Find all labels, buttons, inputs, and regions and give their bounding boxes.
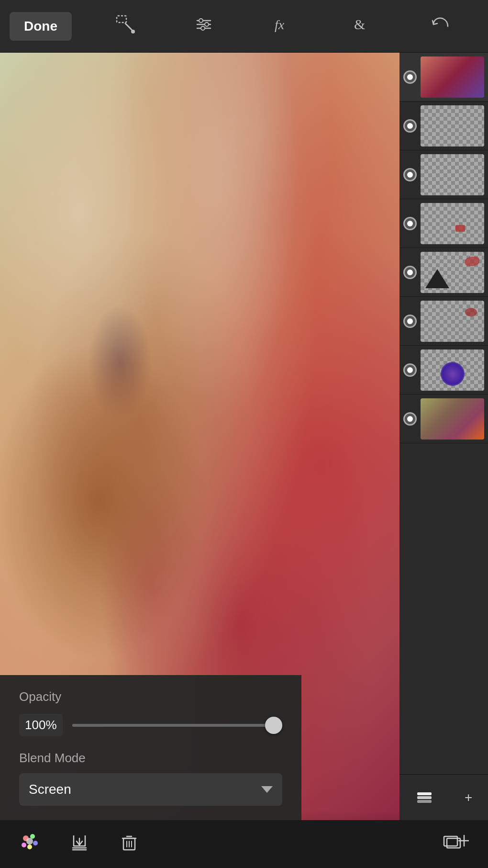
- layer-item[interactable]: [399, 297, 488, 346]
- transparent-bg: [421, 203, 484, 244]
- svg-line-1: [125, 23, 133, 31]
- svg-point-7: [205, 23, 209, 26]
- layer-thumbnail: [421, 252, 484, 293]
- undo-icon[interactable]: [424, 9, 455, 44]
- opacity-blend-panel: Opacity 100% Blend Mode Screen: [0, 675, 301, 820]
- done-button[interactable]: Done: [10, 12, 72, 41]
- effects-icon[interactable]: fx: [267, 9, 298, 44]
- layer-thumbnail: [421, 56, 484, 98]
- add-layer-button[interactable]: +: [465, 790, 472, 805]
- layer-thumbnail: [421, 154, 484, 195]
- layer-thumbnail: [421, 398, 484, 440]
- layer-thumbnail: [421, 203, 484, 244]
- blend-mode-label: Blend Mode: [19, 751, 282, 766]
- layer-item[interactable]: [399, 53, 488, 101]
- layer-thumbnail: [421, 349, 484, 391]
- transparent-bg: [421, 301, 484, 342]
- selection-tool-icon[interactable]: [110, 9, 141, 44]
- opacity-value: 100%: [19, 714, 63, 736]
- layer-radio[interactable]: [403, 363, 417, 377]
- transparent-bg: [421, 154, 484, 195]
- blend-icon[interactable]: &: [345, 9, 376, 44]
- layer-radio[interactable]: [403, 412, 417, 426]
- main-area: Opacity 100% Blend Mode Screen: [0, 53, 488, 868]
- layer-item[interactable]: [399, 248, 488, 297]
- opacity-slider[interactable]: [72, 724, 283, 727]
- svg-point-16: [33, 841, 38, 845]
- svg-point-19: [26, 838, 33, 845]
- layer-item[interactable]: [399, 101, 488, 150]
- transparent-bg: [421, 105, 484, 147]
- blend-mode-dropdown[interactable]: Screen: [19, 773, 282, 806]
- opacity-slider-thumb[interactable]: [265, 717, 282, 734]
- svg-point-17: [27, 845, 32, 849]
- layers-sidebar: [399, 53, 488, 868]
- svg-text:&: &: [354, 16, 365, 32]
- layers-panel-button[interactable]: [415, 789, 433, 807]
- layer-thumbnail: [421, 301, 484, 342]
- layer-radio[interactable]: [403, 119, 417, 133]
- adjustments-icon[interactable]: [189, 9, 219, 44]
- opacity-label: Opacity: [19, 689, 282, 704]
- bottom-bar-left: [19, 832, 140, 857]
- download-layers-icon[interactable]: [69, 832, 90, 857]
- paint-icon[interactable]: [19, 832, 40, 857]
- trash-icon[interactable]: [119, 832, 140, 857]
- svg-rect-13: [417, 792, 432, 795]
- svg-point-8: [201, 26, 205, 30]
- bottom-bar-right: [443, 832, 469, 857]
- layer-item[interactable]: [399, 395, 488, 443]
- layer-controls: +: [399, 774, 488, 820]
- layer-radio[interactable]: [403, 70, 417, 84]
- layer-content-mark: [455, 225, 465, 232]
- opacity-slider-fill: [72, 724, 276, 727]
- layer-radio[interactable]: [403, 168, 417, 181]
- add-layer-bottom-icon[interactable]: [443, 832, 469, 857]
- layer-item[interactable]: [399, 150, 488, 199]
- layer-flower: [441, 362, 465, 386]
- chevron-down-icon: [261, 786, 273, 793]
- layer-item[interactable]: [399, 199, 488, 248]
- svg-point-18: [22, 843, 26, 847]
- layer-radio[interactable]: [403, 266, 417, 279]
- layer-triangle: [425, 269, 449, 288]
- layer-radio[interactable]: [403, 315, 417, 328]
- svg-rect-12: [417, 800, 432, 803]
- layer-splatter: [465, 308, 477, 316]
- svg-point-6: [199, 19, 203, 23]
- toolbar: Done fx: [0, 0, 488, 53]
- svg-rect-0: [117, 16, 126, 23]
- layer-item[interactable]: [399, 346, 488, 395]
- svg-text:fx: fx: [275, 17, 285, 32]
- canvas-area[interactable]: Opacity 100% Blend Mode Screen: [0, 53, 399, 868]
- svg-point-2: [131, 30, 135, 34]
- bottom-bar: [0, 820, 488, 868]
- layer-splash: [465, 257, 479, 266]
- layer-radio[interactable]: [403, 217, 417, 230]
- blend-mode-value: Screen: [29, 782, 71, 797]
- opacity-row: 100%: [19, 714, 282, 736]
- svg-rect-11: [417, 796, 432, 799]
- layer-thumbnail: [421, 105, 484, 147]
- toolbar-icons: fx &: [86, 9, 478, 44]
